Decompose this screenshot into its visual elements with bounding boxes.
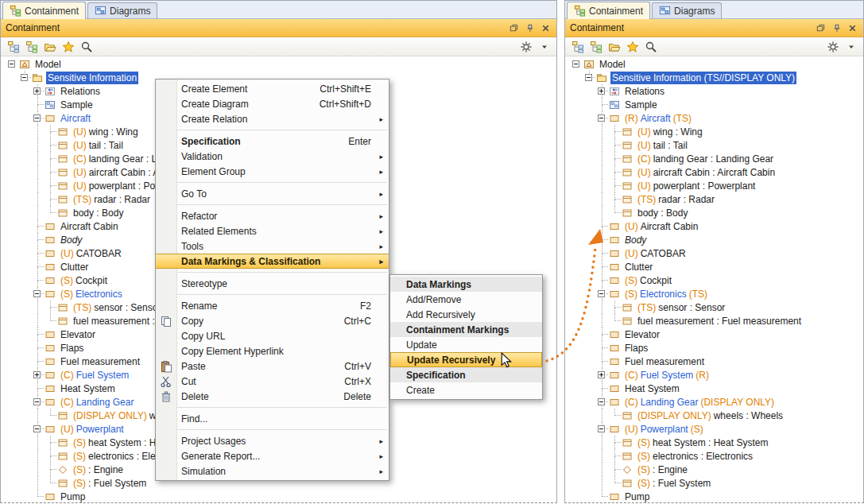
tree-item-label[interactable]: Aircraft bbox=[59, 112, 92, 125]
tree-item-label[interactable]: (TS)radar : Radar bbox=[636, 193, 716, 206]
tree-item-landing-gear-landing-gear[interactable]: (C)landing Gear : Landing Gear bbox=[565, 152, 863, 165]
tree-item-label[interactable]: (S)Electronics(TS) bbox=[623, 288, 709, 300]
tree-item-label[interactable]: (TS)sensor : Sensor bbox=[72, 301, 162, 314]
tree-item-pump[interactable]: Pump bbox=[1, 490, 556, 502]
collapse-toggle-icon[interactable] bbox=[8, 60, 15, 68]
collapse-toggle-icon[interactable] bbox=[598, 398, 605, 405]
tree-item-electronics[interactable]: (S)Electronics(TS) bbox=[565, 287, 863, 300]
close-icon[interactable] bbox=[847, 22, 858, 34]
tree-item-pump[interactable]: Pump bbox=[565, 490, 863, 502]
tree-item-label[interactable]: Body bbox=[59, 234, 83, 246]
menu-item-stereotype[interactable]: Stereotype bbox=[156, 276, 389, 291]
tree-item-label[interactable]: Fuel measurement bbox=[623, 355, 706, 368]
tree-item-radar-radar[interactable]: (TS)radar : Radar bbox=[565, 192, 863, 206]
open-folder-icon[interactable] bbox=[606, 39, 622, 54]
submenu-item-add-recursively[interactable]: Add Recursively bbox=[390, 307, 542, 322]
menu-item-project-usages[interactable]: Project Usages▸ bbox=[156, 433, 389, 448]
collapse-toggle-icon[interactable] bbox=[33, 290, 41, 297]
tree-item-label[interactable]: Fuel measurement bbox=[59, 355, 141, 368]
tab-diagrams[interactable]: Diagrams bbox=[87, 2, 157, 18]
tree-item-label[interactable]: Model bbox=[33, 58, 63, 71]
tree-item-wheels-wheels[interactable]: (DISPLAY ONLY)wheels : Wheels bbox=[565, 409, 863, 422]
submenu-item-update[interactable]: Update bbox=[390, 337, 542, 352]
menu-item-create-element[interactable]: Create ElementCtrl+Shift+E bbox=[156, 81, 389, 96]
tree-item-fuel-measurement[interactable]: Fuel measurement bbox=[565, 355, 863, 368]
tree-item-label[interactable]: Heat System bbox=[623, 382, 681, 395]
tree-item-label[interactable]: (U)Aircraft Cabin bbox=[623, 220, 699, 233]
tree-item-elevator[interactable]: Elevator bbox=[565, 328, 863, 341]
tree-item-label[interactable]: Clutter bbox=[59, 261, 90, 273]
menu-item-specification[interactable]: SpecificationEnter bbox=[156, 134, 389, 149]
collapse-toggle-icon[interactable] bbox=[33, 425, 41, 432]
tree-item-aircraft[interactable]: (R)Aircraft(TS) bbox=[565, 111, 863, 125]
collapse-toggle-icon[interactable] bbox=[598, 425, 605, 432]
float-icon[interactable] bbox=[508, 22, 520, 34]
tree-item-relations[interactable]: Relations bbox=[565, 84, 863, 98]
tree-item-label[interactable]: (S)electronics : Electronics bbox=[636, 450, 754, 463]
tree-item-label[interactable]: (S)Electronics bbox=[59, 288, 124, 300]
search-icon[interactable] bbox=[643, 39, 658, 54]
tree-item-label[interactable]: Aircraft Cabin bbox=[59, 220, 120, 233]
menu-item-rename[interactable]: RenameF2 bbox=[156, 298, 389, 313]
menu-item-cut[interactable]: CutCtrl+X bbox=[156, 374, 389, 389]
tree-item-label[interactable]: (U)tail : Tail bbox=[636, 139, 689, 152]
tree-item-heat-system[interactable]: Heat System bbox=[565, 382, 863, 395]
menu-item-create-diagram[interactable]: Create DiagramCtrl+Shift+D bbox=[156, 96, 389, 111]
tree-item-powerplant[interactable]: (U)Powerplant(S) bbox=[565, 422, 863, 436]
collapse-toggle-icon[interactable] bbox=[21, 74, 28, 81]
tree-item-label[interactable]: (S): Fuel System bbox=[636, 477, 712, 490]
tree-item-landing-gear[interactable]: (C)Landing Gear(DISPLAY ONLY) bbox=[565, 395, 863, 409]
tree-item-label[interactable]: Pump bbox=[59, 490, 87, 503]
menu-item-simulation[interactable]: Simulation▸ bbox=[156, 463, 389, 479]
tree-item-engine[interactable]: (S): Engine bbox=[565, 463, 863, 476]
menu-item-validation[interactable]: Validation▸ bbox=[156, 149, 389, 164]
collapse-all-icon[interactable] bbox=[24, 39, 39, 54]
tree-item-label[interactable]: fuel measurement : Fuel measurement bbox=[636, 315, 803, 328]
options-gear-icon[interactable] bbox=[825, 39, 840, 54]
tab-diagrams[interactable]: Diagrams bbox=[652, 2, 722, 18]
tree-item-clutter[interactable]: Clutter bbox=[565, 260, 863, 273]
tree-item-label[interactable]: (C)Landing Gear bbox=[59, 396, 135, 409]
tree-item-label[interactable]: (TS)sensor : Sensor bbox=[636, 301, 726, 314]
tree-item-label[interactable]: Elevator bbox=[59, 328, 97, 341]
options-caret-icon[interactable] bbox=[537, 39, 552, 54]
favorites-icon[interactable] bbox=[625, 39, 640, 54]
tab-containment[interactable]: Containment bbox=[567, 2, 650, 19]
pin-icon[interactable] bbox=[831, 22, 843, 34]
tree-item-label[interactable]: (U)powerplant : Powerplant bbox=[636, 180, 757, 192]
expand-all-icon[interactable] bbox=[6, 39, 21, 54]
tree-item-fuel-system[interactable]: (C)Fuel System(R) bbox=[565, 368, 863, 382]
menu-item-data-markings-classification[interactable]: Data Markings & Classification▸ bbox=[156, 254, 389, 269]
tree-item-sample[interactable]: Sample bbox=[565, 98, 863, 111]
options-caret-icon[interactable] bbox=[843, 39, 858, 54]
submenu-item-update-recursively[interactable]: Update Recursively bbox=[390, 352, 542, 367]
tree-item-catobar[interactable]: (U)CATOBAR bbox=[565, 246, 863, 260]
tree-item-label[interactable]: Body bbox=[623, 234, 648, 246]
menu-item-element-group[interactable]: Element Group▸ bbox=[156, 164, 389, 179]
expand-toggle-icon[interactable] bbox=[33, 371, 41, 378]
tree-item-label[interactable]: (U)wing : Wing bbox=[636, 126, 704, 138]
tree-item-label[interactable]: (C)Fuel System(R) bbox=[623, 369, 711, 382]
tree-item-label[interactable]: body : Body bbox=[636, 207, 689, 219]
tree-item-label[interactable]: Elevator bbox=[623, 328, 661, 341]
submenu-item-create[interactable]: Create bbox=[390, 382, 542, 397]
tree-item-model[interactable]: Model bbox=[1, 57, 556, 71]
expand-toggle-icon[interactable] bbox=[598, 371, 605, 378]
tree-item-label[interactable]: (TS)radar : Radar bbox=[72, 193, 152, 206]
search-icon[interactable] bbox=[79, 39, 94, 54]
expand-all-icon[interactable] bbox=[570, 39, 585, 54]
tree-item-wing-wing[interactable]: (U)wing : Wing bbox=[565, 125, 863, 138]
tree-item-sensor-sensor[interactable]: (TS)sensor : Sensor bbox=[565, 300, 863, 314]
menu-item-generate-report[interactable]: Generate Report...▸ bbox=[156, 448, 389, 463]
collapse-toggle-icon[interactable] bbox=[33, 114, 41, 122]
tree-item-label[interactable]: Sample bbox=[623, 99, 659, 111]
tree-item-label[interactable]: Sample bbox=[59, 99, 95, 111]
tree-item-label[interactable]: (U)CATOBAR bbox=[59, 247, 123, 260]
collapse-toggle-icon[interactable] bbox=[598, 114, 605, 122]
tree-item-label[interactable]: (S): Fuel System bbox=[72, 477, 148, 490]
tree-item-body-body[interactable]: body : Body bbox=[565, 206, 863, 219]
tree-item-label[interactable]: Flaps bbox=[623, 342, 649, 355]
tree-item-label[interactable]: body : Body bbox=[72, 207, 125, 219]
menu-item-tools[interactable]: Tools▸ bbox=[156, 238, 389, 254]
tree-item-label[interactable]: (C)Fuel System bbox=[59, 369, 130, 382]
